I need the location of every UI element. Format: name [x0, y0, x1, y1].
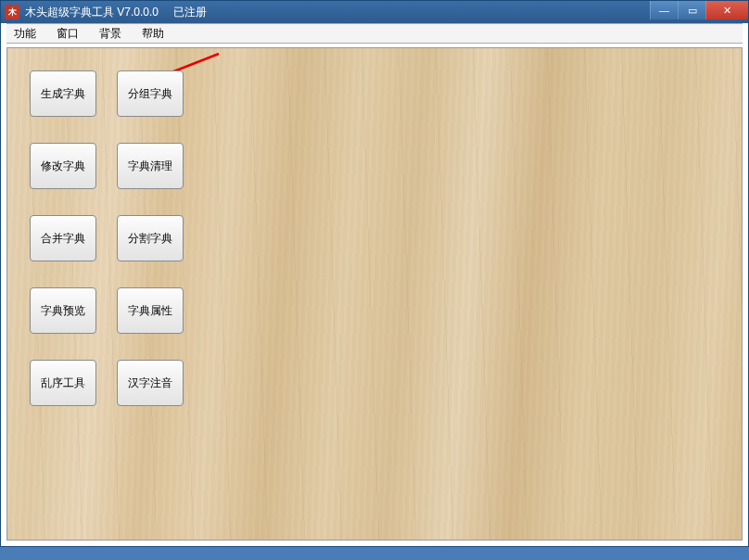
tool-split-dict[interactable]: 分割字典: [117, 215, 184, 261]
menu-function[interactable]: 功能: [14, 26, 36, 42]
tool-generate-dict[interactable]: 生成字典: [30, 70, 96, 117]
menu-background[interactable]: 背景: [99, 26, 121, 42]
tool-grid: 生成字典 分组字典 修改字典 字典清理 合并字典 分割字典 字典预览 字典属性 …: [30, 70, 184, 406]
menu-window[interactable]: 窗口: [57, 26, 79, 42]
app-icon: 木: [5, 5, 19, 19]
tool-preview-dict[interactable]: 字典预览: [30, 287, 96, 334]
client-area: 生成字典 分组字典 修改字典 字典清理 合并字典 分割字典 字典预览 字典属性 …: [6, 47, 743, 541]
tool-hanzi-pinyin[interactable]: 汉字注音: [117, 360, 184, 406]
titlebar[interactable]: 木 木头超级字典工具 V7.0.0.0 已注册 — ▭ ✕: [1, 1, 748, 23]
tool-dict-properties[interactable]: 字典属性: [117, 287, 184, 334]
menubar: 功能 窗口 背景 帮助: [6, 23, 743, 44]
tool-shuffle[interactable]: 乱序工具: [30, 360, 96, 406]
tool-clean-dict[interactable]: 字典清理: [117, 143, 184, 189]
app-window: 木 木头超级字典工具 V7.0.0.0 已注册 — ▭ ✕ 功能 窗口 背景 帮…: [0, 0, 749, 547]
tool-merge-dict[interactable]: 合并字典: [30, 215, 96, 261]
window-controls: — ▭ ✕: [650, 1, 748, 19]
close-button[interactable]: ✕: [705, 1, 748, 19]
tool-modify-dict[interactable]: 修改字典: [30, 143, 96, 189]
minimize-button[interactable]: —: [650, 1, 678, 19]
tool-group-dict[interactable]: 分组字典: [117, 70, 184, 117]
registration-status: 已注册: [173, 5, 207, 20]
maximize-button[interactable]: ▭: [678, 1, 705, 19]
menu-help[interactable]: 帮助: [142, 26, 164, 42]
window-title: 木头超级字典工具 V7.0.0.0: [25, 5, 159, 20]
